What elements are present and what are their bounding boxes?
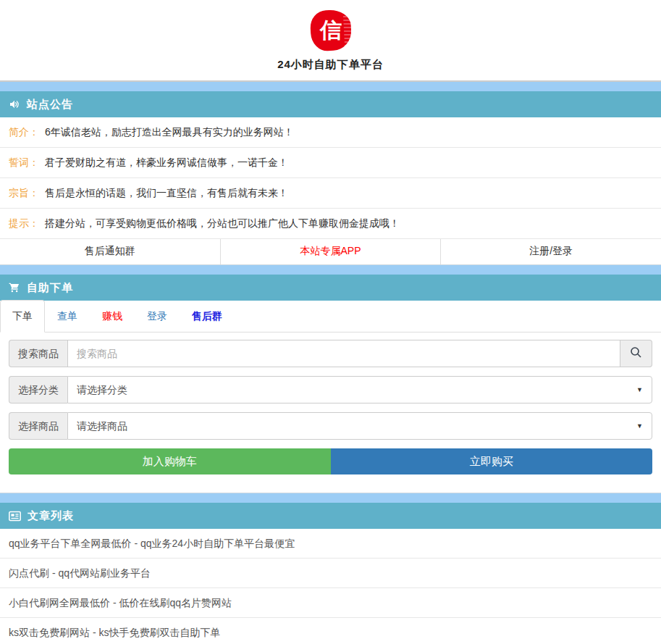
page-gap <box>0 82 661 91</box>
site-title: 24小时自助下单平台 <box>277 58 384 72</box>
order-panel-heading: 自助下单 <box>0 275 661 301</box>
announcement-text: 搭建分站，可享受购物更低价格哦，分站也可以推广他人下单赚取佣金提成哦！ <box>45 217 400 230</box>
category-label: 选择分类 <box>9 376 67 403</box>
announcement-panel-title: 站点公告 <box>27 98 73 112</box>
speaker-icon <box>9 99 20 110</box>
site-header: 信 24小时自助下单平台 <box>0 0 661 82</box>
search-label: 搜索商品 <box>9 340 67 367</box>
product-select[interactable]: 请选择商品 ▼ <box>67 412 652 440</box>
tab-place-order[interactable]: 下单 <box>0 300 45 333</box>
tab-login[interactable]: 登录 <box>135 300 180 333</box>
article-link[interactable]: ks双击免费刷网站 - ks快手免费刷双击自助下单 <box>0 618 661 644</box>
newspaper-icon <box>9 511 21 522</box>
search-button[interactable] <box>620 340 652 367</box>
chevron-down-icon: ▼ <box>636 382 643 397</box>
tab-earn-money[interactable]: 赚钱 <box>90 300 135 333</box>
announcement-row-oath: 誓词： 君子爱财助之有道，梓豪业务网诚信做事，一诺千金！ <box>0 148 661 178</box>
order-form: 搜索商品 选择分类 请选择分类 ▼ 选择商品 请选择商品 ▼ 加入购物车 <box>0 333 661 493</box>
order-buttons: 加入购物车 立即购买 <box>9 448 652 474</box>
order-panel: 自助下单 下单 查单 赚钱 登录 售后群 搜索商品 选择分类 请选择分类 ▼ 选… <box>0 275 661 493</box>
announcement-text: 君子爱财助之有道，梓豪业务网诚信做事，一诺千金！ <box>45 156 288 169</box>
tab-aftersale-group[interactable]: 售后群 <box>180 300 235 333</box>
search-icon <box>630 346 642 361</box>
article-link[interactable]: 小白代刷网全网最低价 - 低价在线刷qq名片赞网站 <box>0 588 661 618</box>
announcement-row-tip: 提示： 搭建分站，可享受购物更低价格哦，分站也可以推广他人下单赚取佣金提成哦！ <box>0 209 661 239</box>
buy-now-button[interactable]: 立即购买 <box>331 448 653 474</box>
announcement-label: 誓词： <box>9 156 39 169</box>
product-label: 选择商品 <box>9 412 67 440</box>
announcement-panel-heading: 站点公告 <box>0 91 661 117</box>
chevron-down-icon: ▼ <box>636 419 643 433</box>
articles-panel-title: 文章列表 <box>28 509 74 523</box>
article-link[interactable]: 闪点代刷 - qq代网站刷业务平台 <box>0 559 661 588</box>
site-app-link[interactable]: 本站专属APP <box>220 239 441 264</box>
add-to-cart-button[interactable]: 加入购物车 <box>9 448 331 474</box>
aftersale-group-link[interactable]: 售后通知群 <box>0 239 220 264</box>
announcement-label: 提示： <box>9 217 39 230</box>
article-link[interactable]: qq业务平台下单全网最低价 - qq业务24小时自助下单平台最便宜 <box>0 529 661 559</box>
search-group: 搜索商品 <box>9 340 652 367</box>
articles-panel: 文章列表 qq业务平台下单全网最低价 - qq业务24小时自助下单平台最便宜 闪… <box>0 503 661 644</box>
announcement-panel: 站点公告 简介： 6年诚信老站，励志打造出全网最具有实力的业务网站！ 誓词： 君… <box>0 91 661 265</box>
announcement-text: 售后是永恒的话题，我们一直坚信，有售后就有未来！ <box>45 187 288 199</box>
register-login-link[interactable]: 注册/登录 <box>440 239 661 264</box>
order-panel-title: 自助下单 <box>27 281 73 295</box>
announcement-row-purpose: 宗旨： 售后是永恒的话题，我们一直坚信，有售后就有未来！ <box>0 178 661 209</box>
site-logo[interactable]: 信 <box>309 9 352 52</box>
order-tabs: 下单 查单 赚钱 登录 售后群 <box>0 301 661 333</box>
product-group: 选择商品 请选择商品 ▼ <box>9 412 652 440</box>
category-select[interactable]: 请选择分类 ▼ <box>67 376 652 403</box>
tab-check-order[interactable]: 查单 <box>45 300 90 333</box>
cart-icon <box>9 282 20 293</box>
page-gap <box>0 493 661 503</box>
announcement-row-intro: 简介： 6年诚信老站，励志打造出全网最具有实力的业务网站！ <box>0 117 661 148</box>
announcement-label: 宗旨： <box>9 187 39 199</box>
announcement-label: 简介： <box>9 126 39 138</box>
search-input[interactable] <box>67 340 620 367</box>
product-select-value: 请选择商品 <box>77 419 127 433</box>
quick-links-row: 售后通知群 本站专属APP 注册/登录 <box>0 239 661 264</box>
category-select-value: 请选择分类 <box>77 382 127 397</box>
announcement-text: 6年诚信老站，励志打造出全网最具有实力的业务网站！ <box>45 126 294 138</box>
logo-seal-character: 信 <box>320 20 342 41</box>
articles-panel-heading: 文章列表 <box>0 503 661 529</box>
page-gap <box>0 265 661 275</box>
category-group: 选择分类 请选择分类 ▼ <box>9 376 652 403</box>
